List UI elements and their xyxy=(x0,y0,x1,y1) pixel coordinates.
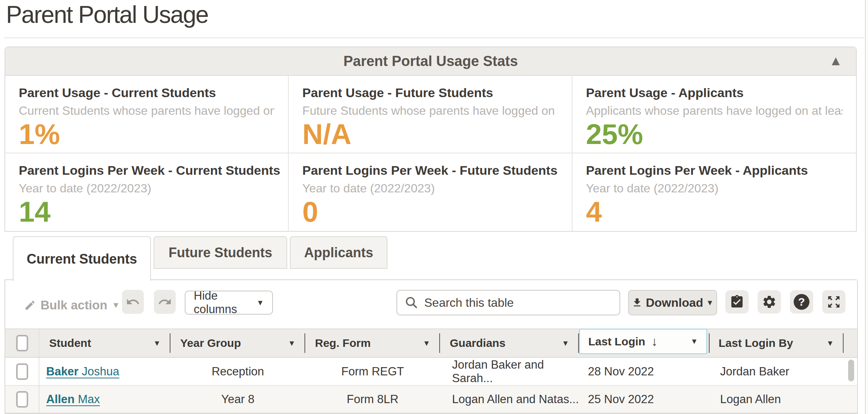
undo-icon xyxy=(126,295,140,309)
title-divider xyxy=(4,38,864,38)
stat-card-title: Parent Usage - Applicants xyxy=(586,86,842,100)
select-all-checkbox[interactable] xyxy=(16,335,28,351)
column-header-student[interactable]: Student ▼ xyxy=(39,329,170,357)
table-settings-button[interactable] xyxy=(758,290,781,314)
year-group-cell: Year 8 xyxy=(170,386,305,412)
search-input[interactable] xyxy=(424,291,619,315)
stats-grid: Parent Usage - Current Students Current … xyxy=(5,76,856,231)
stats-panel-title: Parent Portal Usage Stats xyxy=(344,53,518,69)
stat-card-value: 4 xyxy=(586,197,842,227)
redo-button[interactable] xyxy=(154,290,176,314)
tab-future-students[interactable]: Future Students xyxy=(154,236,287,269)
stat-card-parent-usage-future: Parent Usage - Future Students Future St… xyxy=(289,76,572,153)
stat-card-title: Parent Logins Per Week - Current Student… xyxy=(19,163,274,178)
stat-card-subtitle: Current Students whose parents have logg… xyxy=(19,104,274,118)
stat-card-subtitle: Year to date (2022/2023) xyxy=(19,182,274,195)
stat-card-title: Parent Usage - Current Students xyxy=(19,86,274,100)
bulk-action-button[interactable]: Bulk action ▼ xyxy=(24,298,120,312)
table-toolbar: Bulk action ▼ Hide columns ▼ Download ▼ xyxy=(5,280,857,328)
header-end-strip xyxy=(844,329,857,357)
hide-columns-button[interactable]: Hide columns ▼ xyxy=(185,291,273,315)
student-cell: Baker Joshua xyxy=(39,358,170,385)
row-checkbox[interactable] xyxy=(16,391,28,408)
filter-caret-icon[interactable]: ▼ xyxy=(690,337,698,346)
stats-panel-header: Parent Portal Usage Stats ▲ xyxy=(5,47,856,76)
column-header-reg-form[interactable]: Reg. Form ▼ xyxy=(305,329,440,357)
reg-form-cell: Form REGT xyxy=(305,358,440,385)
stat-card-parent-usage-current: Parent Usage - Current Students Current … xyxy=(5,76,289,153)
guardians-cell: Logan Allen and Natas... xyxy=(440,386,579,412)
sort-desc-icon: ↓ xyxy=(651,334,658,349)
hide-columns-label: Hide columns xyxy=(194,289,256,316)
row-select-cell xyxy=(5,358,39,385)
column-header-guardians[interactable]: Guardians ▼ xyxy=(440,329,579,357)
stat-card-logins-week-current: Parent Logins Per Week - Current Student… xyxy=(5,153,289,231)
help-button[interactable]: ? xyxy=(790,290,813,314)
stat-card-title: Parent Logins Per Week - Applicants xyxy=(586,163,842,178)
download-label: Download xyxy=(646,296,703,310)
chevron-down-icon: ▼ xyxy=(706,298,714,307)
collapse-panel-icon[interactable]: ▲ xyxy=(829,54,842,68)
stat-card-value: 0 xyxy=(302,197,558,227)
last-login-by-cell: Jordan Baker xyxy=(709,358,844,385)
year-group-cell: Reception xyxy=(170,358,305,385)
expand-arrows-icon xyxy=(826,294,841,309)
table-header-row: Student ▼ Year Group ▼ Reg. Form ▼ Guard… xyxy=(5,328,857,358)
table-scrollbar-thumb[interactable] xyxy=(848,360,854,381)
select-all-cell xyxy=(5,329,39,357)
stat-card-logins-week-applicants: Parent Logins Per Week - Applicants Year… xyxy=(573,153,856,231)
page-scrollbar[interactable] xyxy=(865,0,868,414)
stat-card-title: Parent Logins Per Week - Future Students xyxy=(302,163,558,178)
stats-panel: Parent Portal Usage Stats ▲ Parent Usage… xyxy=(5,46,857,232)
stat-card-subtitle: Year to date (2022/2023) xyxy=(586,182,842,195)
table-tabs: Current Students Future Students Applica… xyxy=(13,236,387,281)
clipboard-check-icon xyxy=(729,294,744,309)
column-label: Student xyxy=(49,337,91,350)
download-button[interactable]: Download ▼ xyxy=(628,290,717,315)
column-label: Year Group xyxy=(180,337,241,350)
redo-icon xyxy=(158,295,172,309)
student-link[interactable]: Baker Joshua xyxy=(46,365,119,378)
row-select-cell xyxy=(5,386,39,412)
tab-applicants[interactable]: Applicants xyxy=(290,236,387,269)
tab-current-students[interactable]: Current Students xyxy=(13,236,151,281)
column-header-last-login-by[interactable]: Last Login By ▼ xyxy=(709,329,844,357)
stat-card-title: Parent Usage - Future Students xyxy=(302,86,558,100)
stat-card-logins-week-future: Parent Logins Per Week - Future Students… xyxy=(289,153,572,231)
pencil-icon xyxy=(24,299,36,311)
page-title: Parent Portal Usage xyxy=(6,1,208,28)
guardians-cell: Jordan Baker and Sarah... xyxy=(440,358,579,385)
filter-caret-icon[interactable]: ▼ xyxy=(562,339,569,348)
column-label: Reg. Form xyxy=(315,337,371,350)
fullscreen-button[interactable] xyxy=(822,290,845,314)
last-login-cell: 25 Nov 2022 xyxy=(579,386,709,412)
table-row: Baker Joshua Reception Form REGT Jordan … xyxy=(5,358,857,385)
undo-button[interactable] xyxy=(122,290,144,314)
partial-next-row xyxy=(5,412,857,414)
filter-caret-icon[interactable]: ▼ xyxy=(153,339,161,348)
row-checkbox[interactable] xyxy=(16,363,28,380)
table-row: Allen Max Year 8 Form 8LR Logan Allen an… xyxy=(5,385,857,412)
bulk-action-label: Bulk action xyxy=(41,298,107,312)
student-cell: Allen Max xyxy=(39,386,170,412)
last-login-cell: 28 Nov 2022 xyxy=(579,358,709,385)
download-icon xyxy=(631,297,643,308)
stat-card-value: 14 xyxy=(19,197,274,227)
column-header-last-login[interactable]: Last Login ↓ ▼ xyxy=(579,329,709,357)
sorted-column-highlight: Last Login ↓ ▼ xyxy=(579,328,707,354)
filter-caret-icon[interactable]: ▼ xyxy=(423,339,430,348)
gear-icon xyxy=(762,294,777,309)
filter-caret-icon[interactable]: ▼ xyxy=(826,339,834,348)
last-login-by-cell: Logan Allen xyxy=(709,386,844,412)
question-icon: ? xyxy=(794,294,809,310)
column-label: Guardians xyxy=(450,337,505,350)
student-link[interactable]: Allen Max xyxy=(46,393,100,406)
stat-card-value: 25% xyxy=(586,119,842,149)
stat-card-subtitle: Applicants whose parents have logged on … xyxy=(586,104,842,118)
filter-caret-icon[interactable]: ▼ xyxy=(288,339,295,348)
column-header-year-group[interactable]: Year Group ▼ xyxy=(170,329,305,357)
stat-card-value: 1% xyxy=(19,119,274,149)
chevron-down-icon: ▼ xyxy=(112,300,120,310)
bulk-select-button[interactable] xyxy=(725,290,749,314)
reg-form-cell: Form 8LR xyxy=(305,386,440,412)
